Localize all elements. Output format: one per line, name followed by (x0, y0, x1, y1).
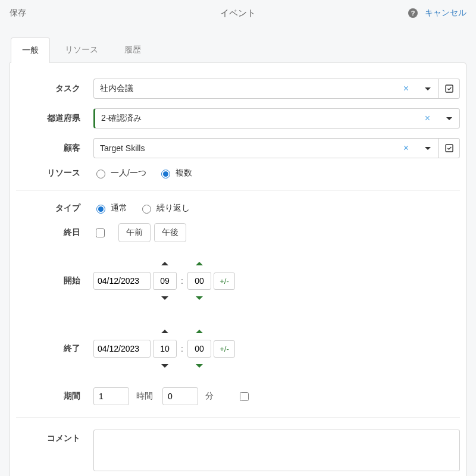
cancel-button[interactable]: キャンセル (425, 8, 466, 18)
prefecture-clear-icon[interactable]: × (422, 113, 433, 124)
edit-icon (444, 143, 454, 153)
task-edit-button[interactable] (439, 79, 460, 99)
tab-resource[interactable]: リソース (54, 37, 109, 62)
label-customer: 顧客 (16, 143, 93, 154)
duration-minutes-input[interactable] (162, 387, 198, 405)
start-minute-down[interactable] (187, 292, 211, 305)
resource-multi-radio[interactable] (161, 170, 170, 178)
prefecture-input[interactable]: 2-確認済み × (93, 108, 439, 129)
time-colon: : (179, 276, 185, 286)
resource-single-label: 一人/一つ (111, 168, 146, 178)
tabbar: 一般 リソース 履歴 (0, 37, 476, 62)
save-button[interactable]: 保存 (10, 8, 26, 18)
label-comment: コメント (16, 430, 93, 444)
panel-general: タスク 社内会議 × 都道府県 2-確認済み × (10, 62, 466, 476)
label-resource: リソース (16, 168, 93, 178)
duration-hours-unit: 時間 (136, 391, 153, 402)
task-combo: 社内会議 × (93, 79, 460, 99)
prefecture-combo: 2-確認済み × (93, 108, 460, 129)
resource-radio-group: 一人/一つ 複数 (93, 168, 460, 178)
start-minute-up[interactable] (187, 257, 211, 270)
start-date-input[interactable] (93, 272, 151, 290)
chevron-up-icon (196, 262, 203, 265)
end-minute-up[interactable] (187, 325, 211, 338)
help-icon[interactable]: ? (408, 8, 418, 18)
resource-single-radio[interactable] (96, 170, 105, 178)
start-minute-input[interactable] (187, 272, 211, 290)
end-date-input[interactable] (93, 340, 151, 358)
type-repeat-label: 繰り返し (156, 203, 190, 214)
start-hour-input[interactable] (153, 272, 177, 290)
type-radio-group: 通常 繰り返し (93, 203, 460, 214)
label-task: タスク (16, 83, 93, 94)
label-type: タイプ (16, 203, 93, 214)
comment-textarea[interactable] (93, 430, 460, 471)
label-prefecture: 都道府県 (16, 113, 93, 124)
prefecture-value: 2-確認済み (101, 113, 142, 124)
end-minute-input[interactable] (187, 340, 211, 358)
end-plusminus-button[interactable]: +/- (214, 340, 235, 358)
svg-rect-1 (446, 145, 453, 152)
customer-input[interactable]: Target Skills × (93, 138, 417, 158)
label-start: 開始 (16, 275, 93, 286)
end-hour-input[interactable] (153, 340, 177, 358)
end-datetime: : +/- (93, 324, 235, 373)
label-duration: 期間 (16, 391, 93, 402)
type-repeat-radio[interactable] (142, 205, 151, 214)
chevron-down-icon (161, 364, 168, 368)
customer-edit-button[interactable] (439, 138, 460, 158)
duration-hours-input[interactable] (93, 387, 129, 405)
divider (16, 417, 460, 418)
chevron-down-icon (196, 296, 203, 300)
task-dropdown-button[interactable] (417, 79, 439, 99)
edit-icon (444, 84, 454, 93)
chevron-down-icon (446, 117, 452, 120)
task-input[interactable]: 社内会議 × (93, 79, 417, 99)
tab-general[interactable]: 一般 (11, 37, 50, 63)
start-hour-up[interactable] (153, 257, 177, 270)
end-hour-up[interactable] (153, 325, 177, 338)
type-normal-radio[interactable] (96, 205, 105, 214)
start-hour-down[interactable] (153, 292, 177, 305)
label-end: 終了 (16, 343, 93, 354)
end-hour-down[interactable] (153, 359, 177, 372)
dialog-header: 保存 イベント ? キャンセル (0, 0, 476, 26)
customer-value: Target Skills (100, 143, 145, 153)
end-minute-down[interactable] (187, 359, 211, 372)
chevron-down-icon (425, 147, 431, 150)
divider (16, 190, 460, 191)
chevron-down-icon (425, 87, 431, 90)
prefecture-dropdown-button[interactable] (439, 108, 460, 129)
resource-multi-label: 複数 (176, 168, 192, 178)
chevron-up-icon (161, 330, 168, 333)
pm-button[interactable]: 午後 (154, 223, 186, 242)
customer-clear-icon[interactable]: × (401, 143, 411, 154)
chevron-down-icon (161, 296, 168, 300)
allday-checkbox[interactable] (96, 228, 105, 237)
svg-rect-0 (446, 85, 453, 92)
customer-combo: Target Skills × (93, 138, 460, 158)
task-value: 社内会議 (100, 83, 133, 94)
start-plusminus-button[interactable]: +/- (214, 273, 235, 290)
duration-lock-checkbox[interactable] (240, 392, 249, 401)
am-button[interactable]: 午前 (118, 223, 151, 242)
chevron-down-icon (196, 364, 203, 368)
customer-dropdown-button[interactable] (417, 138, 439, 158)
time-colon: : (179, 344, 185, 353)
chevron-up-icon (161, 262, 168, 265)
label-allday: 終日 (16, 227, 93, 238)
type-normal-label: 通常 (111, 203, 127, 214)
duration-minutes-unit: 分 (205, 391, 214, 402)
task-clear-icon[interactable]: × (401, 83, 411, 94)
tab-history[interactable]: 履歴 (113, 37, 152, 62)
dialog-title: イベント (0, 8, 476, 19)
chevron-up-icon (196, 330, 203, 333)
start-datetime: : +/- (93, 256, 235, 305)
